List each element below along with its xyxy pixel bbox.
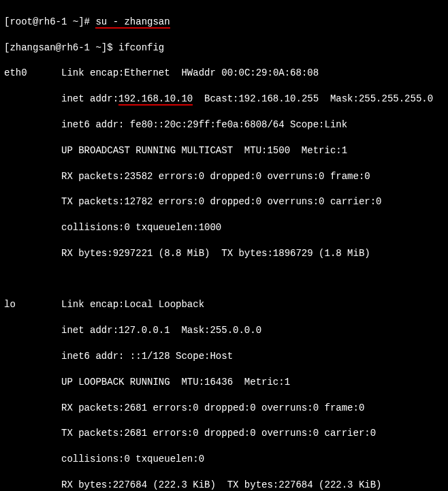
lo-1-line8: RX bytes:227684 (222.3 KiB) TX bytes:227… [4, 479, 444, 491]
lo-1-line1: lo Link encap:Local Loopback [4, 298, 444, 311]
iface-eth0: eth0 [4, 67, 27, 78]
lo-1-line2: inet addr:127.0.0.1 Mask:255.0.0.0 [4, 324, 444, 337]
cmd-su: su - zhangsan [95, 16, 170, 29]
prompt-user: [zhangsan@rh6-1 ~]$ [4, 42, 118, 53]
eth0-1-line4: UP BROADCAST RUNNING MULTICAST MTU:1500 … [4, 144, 444, 157]
eth0-link: Link encap:Ethernet HWaddr 00:0C:29:0A:6… [61, 67, 319, 78]
lo-1-line7: collisions:0 txqueuelen:0 [4, 453, 444, 466]
prompt-line-1[interactable]: [root@rh6-1 ~]# su - zhangsan [4, 16, 444, 29]
blank-1 [4, 273, 444, 286]
eth0-1-line7: collisions:0 txqueuelen:1000 [4, 221, 444, 234]
iface-lo: lo [4, 299, 16, 310]
lo-1-line4: UP LOOPBACK RUNNING MTU:16436 Metric:1 [4, 376, 444, 389]
eth0-1-ip: 192.168.10.10 [118, 93, 193, 106]
terminal-output: [root@rh6-1 ~]# su - zhangsan [zhangsan@… [0, 0, 448, 491]
eth0-1-bcast: Bcast:192.168.10.255 Mask:255.255.255.0 [193, 93, 433, 104]
inet-label: inet addr: [61, 93, 118, 104]
lo-1-line3: inet6 addr: ::1/128 Scope:Host [4, 350, 444, 363]
eth0-1-line2: inet addr:192.168.10.10 Bcast:192.168.10… [4, 93, 444, 106]
prompt-root: [root@rh6-1 ~]# [4, 16, 95, 27]
eth0-1-line1: eth0 Link encap:Ethernet HWaddr 00:0C:29… [4, 67, 444, 80]
prompt-line-2[interactable]: [zhangsan@rh6-1 ~]$ ifconfig [4, 42, 444, 54]
lo-1-line5: RX packets:2681 errors:0 dropped:0 overr… [4, 402, 444, 415]
eth0-1-line8: RX bytes:9297221 (8.8 MiB) TX bytes:1896… [4, 247, 444, 260]
cmd-ifconfig-1: ifconfig [118, 42, 164, 53]
eth0-1-line6: TX packets:12782 errors:0 dropped:0 over… [4, 195, 444, 208]
lo-1-line6: TX packets:2681 errors:0 dropped:0 overr… [4, 427, 444, 440]
eth0-1-line5: RX packets:23582 errors:0 dropped:0 over… [4, 170, 444, 183]
eth0-1-line3: inet6 addr: fe80::20c:29ff:fe0a:6808/64 … [4, 118, 444, 131]
